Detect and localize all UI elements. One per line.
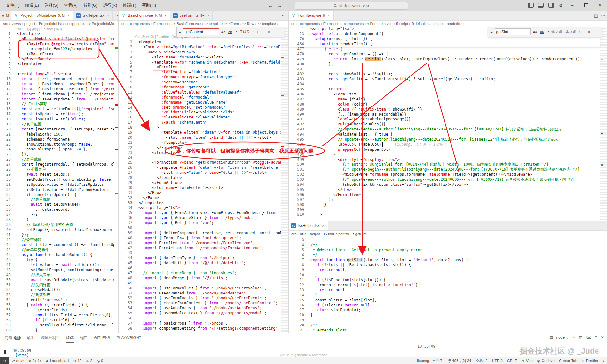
breadcrumb-item[interactable]: BasicForm.vue [177, 22, 201, 26]
minimap-right[interactable] [600, 27, 607, 221]
tab-formitem-vue[interactable]: VFormItem.vue9✕ [288, 11, 334, 20]
breadcrumb-item[interactable]: src [335, 22, 340, 26]
breadcrumb-item[interactable]: src [291, 232, 296, 236]
breadcrumb-item[interactable]: src [3, 22, 8, 26]
panel-tab-输出[interactable]: 输出 [27, 333, 34, 342]
menu-item[interactable]: 查看(V) [61, 3, 80, 8]
breadcrumb-item[interactable]: utils [300, 232, 306, 236]
more-actions-icon[interactable]: ⋯ [601, 13, 605, 18]
breadcrumb-item[interactable]: setup [432, 22, 441, 26]
breadcrumb-item[interactable]: tsxHelper.tsx [328, 232, 349, 236]
pane-divider-horizontal[interactable] [288, 221, 607, 221]
breadcrumb-item[interactable]: default [415, 22, 426, 26]
breadcrumb-helper[interactable]: src›utils›helper›TStsxHelper.tsx›ƒgetSlo… [291, 231, 576, 237]
maximize-button[interactable] [579, 0, 593, 11]
terminal-shell-label[interactable]: node ⌄ [556, 335, 569, 340]
find-input-right[interactable] [495, 28, 531, 35]
status-item-0-1-[interactable]: ↻0↓ 1↑ [26, 357, 44, 364]
panel-tab-问题[interactable]: 问题45 [4, 333, 21, 342]
match-case-icon[interactable]: Aa [221, 30, 226, 34]
tab-tsxhelper-tsx[interactable]: TStsxHelper.tsx✕ [288, 221, 328, 230]
breadcrumb-item[interactable]: components [344, 22, 364, 26]
menu-item[interactable]: 终端(T) [120, 3, 139, 8]
panel-tab-PLAYWRIGHT[interactable]: PLAYWRIGHT [116, 333, 141, 342]
panel-tab-调试控制台[interactable]: 调试控制台 [41, 333, 60, 342]
close-window-button[interactable]: ✕ [593, 0, 607, 11]
close-tab-icon[interactable]: ✕ [328, 14, 330, 17]
kill-terminal-icon[interactable]: ⌫ [586, 335, 591, 340]
tab-overflow-icon[interactable]: ⋯ [113, 11, 118, 20]
status-item-go-live[interactable]: ◉Go Live [535, 357, 557, 364]
whole-word-icon[interactable]: ab [539, 30, 544, 34]
breadcrumb-item[interactable]: src [121, 22, 126, 26]
menu-item[interactable]: 运行(R) [100, 3, 120, 8]
panel-tab-端口[interactable]: 端口 [80, 333, 88, 342]
breadcrumb-middle[interactable]: src›components›Form›src›VBasicForm.vue›<… [121, 21, 279, 27]
nav-forward-icon[interactable]: → [277, 3, 282, 8]
nav-back-icon[interactable]: ← [268, 3, 273, 8]
find-toggle-replace-icon[interactable]: ▸ [490, 30, 493, 34]
breadcrumb-item[interactable]: getSlot [355, 232, 367, 236]
menu-item[interactable]: 选择(S) [42, 3, 61, 8]
status-item--2[interactable]: 空格: 2 [474, 357, 490, 364]
editor-projectinfomodal[interactable]: 1<template>2 <BasicModal v-bind="$attrs"… [0, 32, 114, 333]
breadcrumb-item[interactable]: Form [323, 22, 332, 26]
status-item-cursor-tab[interactable]: Cursor Tab [557, 357, 579, 364]
breadcrumb-item[interactable]: Form [230, 22, 239, 26]
breadcrumb-item[interactable]: src [291, 22, 296, 26]
find-prev-icon[interactable]: ↑ [252, 30, 255, 34]
menu-item[interactable]: 编辑(E) [22, 3, 42, 8]
split-terminal-icon[interactable]: ◫ [579, 335, 583, 340]
tab-tsxhelper-tsx[interactable]: TStsxHelper.tsx✕ [73, 11, 113, 20]
terminal-grid-icon[interactable]: ▤ [549, 335, 553, 340]
breadcrumb-item[interactable]: project [24, 22, 35, 26]
settings-gear-icon[interactable]: ⚙ [559, 3, 563, 8]
editor-basicform[interactable]: 1<template>2 <Form v-bind="getBindValue"… [118, 40, 281, 333]
status-item--496-34[interactable]: 行 496，列 34 [445, 357, 473, 364]
menu-item[interactable]: 帮助(H) [139, 3, 159, 8]
tab-overflow-icon[interactable]: ⋯ [279, 11, 288, 20]
menu-item[interactable]: 转到(G) [81, 3, 101, 8]
toggle-panel-icon[interactable] [538, 3, 544, 8]
breadcrumb-item[interactable]: ProjectInfoMo [92, 22, 114, 26]
status-item-utf-8[interactable]: UTF-8 [490, 357, 505, 364]
breadcrumb-item[interactable]: template [262, 22, 276, 26]
breadcrumb-right[interactable]: src›components›Form›src›components›VForm… [291, 21, 576, 27]
status-item-3[interactable]: ⚠3 [84, 357, 95, 364]
minimap-middle[interactable] [281, 27, 288, 333]
status-item-prettier[interactable]: ✓Prettier [579, 357, 600, 364]
breadcrumb-left[interactable]: src›views›project›ProjectInfoList›compon… [3, 21, 116, 27]
pane-divider[interactable] [288, 11, 289, 333]
find-toggle-replace-icon[interactable]: ▸ [178, 30, 181, 34]
status-item-0[interactable]: ◎0 [95, 357, 105, 364]
tab-useform-ts[interactable]: TSuseForm.ts9+✕ [170, 11, 213, 20]
status-item-vue[interactable]: ▼Vue [519, 357, 535, 364]
close-tab-icon[interactable]: ✕ [164, 14, 167, 17]
find-prev-icon[interactable]: ↑ [578, 30, 581, 34]
minimize-button[interactable]: ─ [565, 0, 579, 11]
breadcrumb-item[interactable]: template [209, 22, 223, 26]
find-next-icon[interactable]: ↓ [256, 30, 259, 34]
remote-indicator-icon[interactable]: >< [0, 357, 9, 364]
panel-tab-终端[interactable]: 终端 [66, 333, 74, 343]
status-item-42[interactable]: ⊗42 [71, 357, 84, 364]
panel-tab-GITLENS[interactable]: GITLENS [94, 333, 110, 342]
regex-icon[interactable]: .* [546, 30, 549, 34]
breadcrumb-item[interactable]: ProjectInfoList [39, 22, 62, 26]
breadcrumb-item[interactable]: src [165, 22, 170, 26]
terminal-cursor[interactable] [4, 350, 6, 354]
status-item-liupeng-[interactable]: liupeng, 上个月 [415, 357, 445, 364]
tab-overflow-icon[interactable]: ⋯ [598, 221, 607, 230]
status-item-dev-[interactable]: ⎇dev* [9, 357, 26, 364]
status-item-launchpad[interactable]: ◆Launchpad [44, 357, 71, 364]
close-tab-icon[interactable]: ✕ [67, 14, 70, 17]
breadcrumb-item[interactable]: renderItem [447, 22, 464, 26]
breadcrumb-item[interactable]: components [300, 22, 320, 26]
tab-basicform-vue[interactable]: VBasicForm.vue9, M✕ [118, 11, 170, 20]
breadcrumb-item[interactable]: Form [153, 22, 162, 26]
breadcrumb-item[interactable]: Row [247, 22, 254, 26]
tab-projectinfomodal-vue[interactable]: VProjectInfoModal.vue5, M✕ [11, 11, 73, 20]
close-find-icon[interactable]: ✕ [267, 30, 271, 34]
breadcrumb-item[interactable]: FormItem.vue [370, 22, 393, 26]
close-tab-icon[interactable]: ✕ [207, 14, 209, 17]
